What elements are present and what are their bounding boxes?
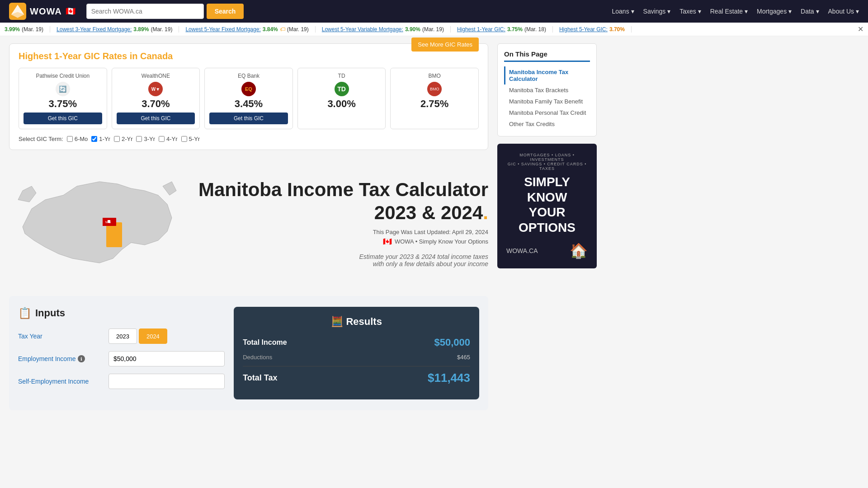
employment-income-label: Employment Income ℹ bbox=[18, 355, 108, 362]
title-dot: . bbox=[483, 202, 488, 223]
page-title: Manitoba Income Tax Calculator 2023 & 20… bbox=[190, 178, 488, 224]
results-title: 🧮 Results bbox=[331, 316, 382, 327]
ticker-label-5[interactable]: Highest 1-Year GIC: bbox=[457, 26, 505, 33]
rate-value-3: 3.84% bbox=[263, 26, 278, 33]
term-checkbox-3yr[interactable] bbox=[136, 136, 142, 142]
year-buttons: 2023 2024 bbox=[108, 328, 167, 344]
employment-income-row: Employment Income ℹ bbox=[18, 351, 225, 366]
term-checkbox-4yr[interactable] bbox=[159, 136, 165, 142]
ticker-item-4: Lowest 5-Year Variable Mortgage: 3.90% (… bbox=[316, 26, 451, 33]
nav-loans[interactable]: Loans ▾ bbox=[612, 8, 634, 15]
toc-item-family-benefit[interactable]: Manitoba Family Tax Benefit bbox=[504, 96, 590, 107]
rate-value-1: 3.99% bbox=[5, 26, 20, 33]
term-1yr[interactable]: 1-Yr bbox=[91, 136, 110, 142]
get-gic-eq[interactable]: Get this GIC bbox=[209, 113, 288, 124]
toc-item-other-credits[interactable]: Other Tax Credits bbox=[504, 118, 590, 130]
rate-value-4: 3.90% bbox=[405, 26, 420, 33]
self-employment-income-input[interactable] bbox=[108, 374, 225, 389]
results-title-text: Results bbox=[346, 316, 382, 327]
nav-links: Loans ▾ Savings ▾ Taxes ▾ Real Estate ▾ … bbox=[612, 8, 859, 15]
term-2yr[interactable]: 2-Yr bbox=[114, 136, 133, 142]
gic-rates-box: Highest 1-Year GIC Rates in Canada See M… bbox=[9, 43, 488, 150]
ticker-item-6: Highest 5-Year GIC: 3.70% bbox=[553, 26, 632, 33]
get-gic-pathwise[interactable]: Get this GIC bbox=[24, 113, 102, 124]
total-tax-row: Total Tax $11,443 bbox=[243, 371, 470, 385]
calculator-section: 📋 Inputs Tax Year 2023 2024 Employment I… bbox=[9, 296, 488, 410]
tag-icon: 🏷 bbox=[280, 26, 285, 33]
term-3yr[interactable]: 3-Yr bbox=[136, 136, 155, 142]
term-checkbox-6mo[interactable] bbox=[67, 136, 73, 142]
ticker-label-2[interactable]: Lowest 3-Year Fixed Mortgage: bbox=[57, 26, 132, 33]
search-button[interactable]: Search bbox=[207, 4, 244, 19]
rate-value-6: 3.70% bbox=[609, 26, 625, 33]
ticker-close-button[interactable]: ✕ bbox=[858, 25, 863, 33]
top-navigation: WOWA 🇨🇦 Search Loans ▾ Savings ▾ Taxes ▾… bbox=[0, 0, 868, 23]
ticker-label-3[interactable]: Lowest 5-Year Fixed Mortgage: bbox=[185, 26, 260, 33]
nav-mortgages[interactable]: Mortgages ▾ bbox=[757, 8, 792, 15]
term-6mo[interactable]: 6-Mo bbox=[67, 136, 88, 142]
employment-income-info-icon[interactable]: ℹ bbox=[78, 355, 85, 362]
wowa-logo-svg bbox=[9, 3, 26, 19]
ad-small-text: MORTGAGES • LOANS • INVESTMENTSGIC • SAV… bbox=[506, 153, 588, 171]
gic-card-wealthone: WealthONE W▼ 3.70% Get this GIC bbox=[112, 68, 200, 129]
canada-map-svg: MB bbox=[9, 164, 181, 281]
deductions-row: Deductions $465 bbox=[243, 354, 470, 361]
rate-date-1: (Mar. 19) bbox=[22, 26, 43, 33]
gic-card-pathwise: Pathwise Credit Union 🔄 3.75% Get this G… bbox=[19, 68, 107, 129]
hero-description: Estimate your 2023 & 2024 total income t… bbox=[190, 253, 488, 267]
get-gic-wealthone[interactable]: Get this GIC bbox=[117, 113, 195, 124]
wowa-tagline: WOWA • Simply Know Your Options bbox=[395, 238, 488, 245]
term-4yr[interactable]: 4-Yr bbox=[159, 136, 178, 142]
total-income-label: Total Income bbox=[243, 338, 287, 347]
nav-savings[interactable]: Savings ▾ bbox=[643, 8, 671, 15]
ad-headline: SIMPLYKNOWYOUROPTIONS bbox=[506, 174, 588, 235]
employment-income-input[interactable] bbox=[108, 351, 225, 366]
toc-item-brackets[interactable]: Manitoba Tax Brackets bbox=[504, 84, 590, 96]
advertisement-block: MORTGAGES • LOANS • INVESTMENTSGIC • SAV… bbox=[497, 144, 597, 268]
term-checkbox-5yr[interactable] bbox=[181, 136, 187, 142]
bank-rate-td: 3.00% bbox=[302, 98, 381, 110]
ticker-label-6[interactable]: Highest 5-Year GIC: bbox=[559, 26, 608, 33]
bank-name-pathwise: Pathwise Credit Union bbox=[24, 73, 102, 79]
nav-real-estate[interactable]: Real Estate ▾ bbox=[710, 8, 748, 15]
bank-logo-td: TD bbox=[335, 82, 349, 96]
gic-title-suffix: GIC Rates in Canada bbox=[81, 51, 173, 61]
term-checkbox-2yr[interactable] bbox=[114, 136, 120, 142]
tax-year-row: Tax Year 2023 2024 bbox=[18, 328, 225, 344]
nav-about-us[interactable]: About Us ▾ bbox=[828, 8, 859, 15]
year-2024-button[interactable]: 2024 bbox=[139, 328, 167, 344]
bank-name-bmo: BMO bbox=[395, 73, 474, 79]
nav-taxes[interactable]: Taxes ▾ bbox=[679, 8, 701, 15]
self-employment-income-row: Self-Employment Income bbox=[18, 374, 225, 389]
bank-rate-wealthone: 3.70% bbox=[117, 98, 195, 110]
title-part1: Manitoba Income Tax Calculator bbox=[198, 179, 488, 200]
term-5yr[interactable]: 5-Yr bbox=[181, 136, 200, 142]
ad-logo-area: WOWA.CA 🏠 bbox=[506, 242, 588, 259]
canada-flag-small: 🇨🇦 bbox=[383, 237, 392, 246]
nav-data[interactable]: Data ▾ bbox=[801, 8, 819, 15]
deductions-value: $465 bbox=[457, 354, 470, 361]
bank-name-wealthone: WealthONE bbox=[117, 73, 195, 79]
bank-logo-eq: EQ bbox=[241, 82, 256, 96]
canada-map: MB bbox=[9, 164, 181, 282]
rate-date-2: (Mar. 19) bbox=[151, 26, 172, 33]
toc-item-calculator[interactable]: Manitoba Income Tax Calculator bbox=[504, 66, 590, 84]
search-input[interactable] bbox=[86, 4, 204, 19]
logo-area: WOWA 🇨🇦 bbox=[9, 3, 75, 20]
year-2023-button[interactable]: 2023 bbox=[108, 328, 137, 344]
ticker-label-4[interactable]: Lowest 5-Year Variable Mortgage: bbox=[322, 26, 403, 33]
wowa-branding: 🇨🇦 WOWA • Simply Know Your Options bbox=[190, 237, 488, 246]
see-more-gic-button[interactable]: See More GIC Rates bbox=[411, 38, 479, 52]
inputs-title-text: Inputs bbox=[35, 307, 65, 319]
self-employment-income-label: Self-Employment Income bbox=[18, 378, 108, 385]
term-checkbox-1yr[interactable] bbox=[91, 136, 97, 142]
rate-date-4: (Mar. 19) bbox=[422, 26, 444, 33]
gic-term-label: Select GIC Term: bbox=[19, 136, 63, 142]
main-wrapper: Highest 1-Year GIC Rates in Canada See M… bbox=[0, 36, 868, 418]
hero-section: MB Manitoba Income Tax Calculator 2023 &… bbox=[9, 159, 488, 287]
toc-item-personal-credit[interactable]: Manitoba Personal Tax Credit bbox=[504, 107, 590, 118]
search-area: Search bbox=[86, 4, 244, 19]
ticker-item-2: Lowest 3-Year Fixed Mortgage: 3.89% (Mar… bbox=[50, 26, 179, 33]
total-income-row: Total Income $50,000 bbox=[243, 337, 470, 348]
svg-rect-5 bbox=[108, 220, 110, 223]
